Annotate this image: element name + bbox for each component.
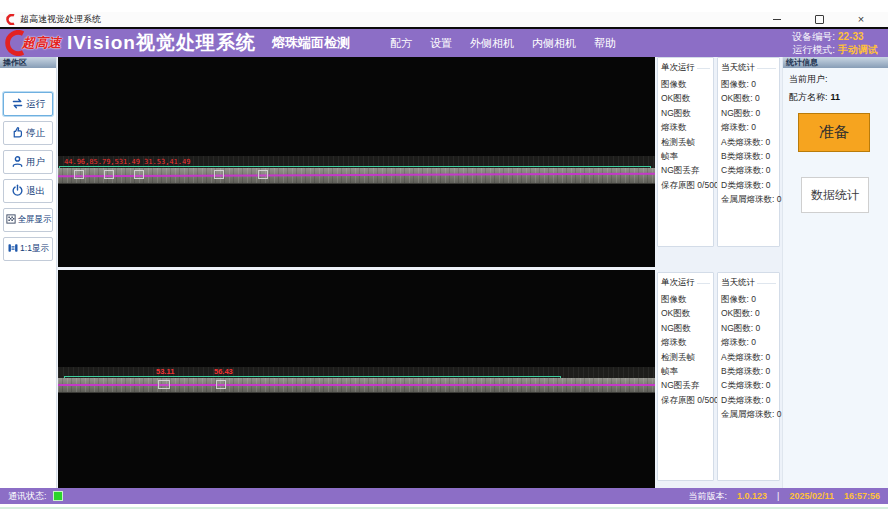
app-icon: [6, 11, 16, 29]
daily-stats-card: 当天统计 图像数: 0OK图数: 0NG图数: 0熔珠数: 0A类熔珠数: 0B…: [717, 272, 780, 481]
stats-group-inner: 单次运行 图像数OK图数NG图数熔珠数检测丢帧帧率NG图丢弃保存原图 0/500…: [656, 272, 781, 488]
brand-logo: 超高速: [3, 30, 61, 56]
detection-box: [134, 170, 144, 179]
stat-row: D类熔珠数: 0: [721, 178, 776, 192]
menu-item[interactable]: 帮助: [594, 36, 616, 51]
hand-stop-icon: [11, 126, 24, 141]
status-bar: 通讯状态: 当前版本: 1.0.123 | 2025/02/11 16:57:5…: [0, 488, 888, 504]
stat-row: B类熔珠数: 0: [721, 364, 776, 378]
stat-row: OK图数: 0: [721, 306, 776, 320]
stat-row: A类熔珠数: 0: [721, 135, 776, 149]
one-to-one-icon: [7, 242, 19, 256]
stat-row: 保存原图 0/500: [661, 393, 710, 407]
stop-button-label: 停止: [26, 127, 45, 140]
menu-item[interactable]: 配方: [390, 36, 412, 51]
user-button-label: 用户: [26, 156, 45, 169]
stat-row: 图像数: 0: [721, 292, 776, 306]
operation-panel-title: 操作区: [0, 57, 56, 68]
app-subtitle: 熔珠端面检测: [272, 34, 350, 52]
detection-box: [104, 170, 114, 179]
daily-stats-title: 当天统计: [721, 60, 776, 77]
brand-logo-text: 超高速: [22, 34, 61, 52]
main-area: 操作区 运行 停止 用户 退出: [0, 57, 888, 488]
stat-row: 金属屑熔珠数: 0: [721, 192, 776, 206]
data-statistics-button[interactable]: 数据统计: [801, 177, 869, 213]
stat-row: NG图丢弃: [661, 163, 710, 177]
stat-row: 图像数: [661, 292, 710, 306]
inner-camera-view: 53.1156.43: [58, 270, 655, 488]
stat-row: 检测丢帧: [661, 135, 710, 149]
measurement-annotation: 44.96,85.79,531.49 31.53,41.49: [64, 158, 190, 166]
run-button-label: 运行: [26, 98, 45, 111]
menu-item[interactable]: 设置: [430, 36, 452, 51]
stat-row: 熔珠数: [661, 335, 710, 349]
detection-box: [258, 170, 268, 179]
stat-row: B类熔珠数: 0: [721, 149, 776, 163]
window-titlebar: 超高速视觉处理系统 ×: [0, 12, 888, 27]
single-run-card: 单次运行 图像数OK图数NG图数熔珠数检测丢帧帧率NG图丢弃保存原图 0/500: [657, 57, 714, 247]
version-info: 当前版本: 1.0.123 | 2025/02/11 16:57:56: [689, 490, 880, 503]
fullscreen-button[interactable]: 全屏显示: [3, 208, 53, 232]
app-header: 超高速 IVision视觉处理系统 熔珠端面检测 配方设置外侧相机内侧相机帮助 …: [0, 27, 888, 57]
single-run-rows: 图像数OK图数NG图数熔珠数检测丢帧帧率NG图丢弃保存原图 0/500: [661, 292, 710, 407]
stat-row: NG图数: 0: [721, 321, 776, 335]
user-button[interactable]: 用户: [3, 150, 53, 174]
app-window: 超高速视觉处理系统 × 超高速 IVision视觉处理系统 熔珠端面检测 配方设…: [0, 0, 888, 522]
daily-stats-card: 当天统计 图像数: 0OK图数: 0NG图数: 0熔珠数: 0A类熔珠数: 0B…: [717, 57, 780, 247]
menu-item[interactable]: 外侧相机: [470, 36, 514, 51]
one-to-one-button[interactable]: 1:1显示: [3, 237, 53, 261]
camera-viewports: 44.96,85.79,531.49 31.53,41.49: [58, 57, 655, 488]
menu-bar: 配方设置外侧相机内侧相机帮助: [390, 36, 616, 51]
stat-row: 熔珠数: [661, 120, 710, 134]
exit-button[interactable]: 退出: [3, 179, 53, 203]
recipe-name-label: 配方名称:: [789, 92, 828, 102]
single-run-card: 单次运行 图像数OK图数NG图数熔珠数检测丢帧帧率NG图丢弃保存原图 0/500: [657, 272, 714, 481]
measurement-value: 53.11: [156, 367, 174, 376]
recipe-name-value: 11: [831, 92, 841, 102]
stat-row: C类熔珠数: 0: [721, 378, 776, 392]
comm-status-label: 通讯状态:: [8, 490, 47, 503]
stat-row: OK图数: [661, 91, 710, 105]
separator: |: [777, 491, 779, 501]
close-button[interactable]: ×: [854, 14, 868, 26]
run-cycle-icon: [11, 97, 24, 112]
detection-box: [214, 170, 224, 179]
stat-row: A类熔珠数: 0: [721, 350, 776, 364]
device-number-label: 设备编号:: [792, 31, 835, 42]
current-user-row: 当前用户:: [789, 73, 888, 86]
statistics-columns: 单次运行 图像数OK图数NG图数熔珠数检测丢帧帧率NG图丢弃保存原图 0/500…: [656, 57, 781, 488]
stat-row: 图像数: 0: [721, 77, 776, 91]
run-mode-value: 手动调试: [838, 44, 878, 55]
stat-row: 金属屑熔珠数: 0: [721, 407, 776, 421]
daily-stats-rows: 图像数: 0OK图数: 0NG图数: 0熔珠数: 0A类熔珠数: 0B类熔珠数:…: [721, 292, 776, 422]
window-controls: ×: [770, 14, 868, 26]
stop-button[interactable]: 停止: [3, 121, 53, 145]
version-label: 当前版本:: [689, 490, 728, 503]
maximize-button[interactable]: [812, 14, 826, 26]
current-user-label: 当前用户:: [789, 74, 828, 84]
window-title: 超高速视觉处理系统: [20, 13, 101, 26]
stat-row: NG图数: [661, 106, 710, 120]
info-panel: 统计信息 当前用户: 配方名称:11 准备 数据统计: [782, 57, 888, 488]
power-exit-icon: [11, 184, 24, 199]
recipe-row: 配方名称:11: [789, 91, 888, 104]
menu-item[interactable]: 内侧相机: [532, 36, 576, 51]
operation-buttons: 运行 停止 用户 退出 全屏显示: [0, 92, 56, 261]
single-run-rows: 图像数OK图数NG图数熔珠数检测丢帧帧率NG图丢弃保存原图 0/500: [661, 77, 710, 192]
stat-row: D类熔珠数: 0: [721, 393, 776, 407]
stat-row: NG图数: 0: [721, 106, 776, 120]
stat-row: 帧率: [661, 364, 710, 378]
version-value: 1.0.123: [737, 491, 767, 501]
comm-status-led: [53, 491, 63, 501]
stat-row: 熔珠数: 0: [721, 335, 776, 349]
detection-box: [216, 380, 226, 389]
fullscreen-button-label: 全屏显示: [18, 214, 52, 226]
time-value: 16:57:56: [844, 491, 880, 501]
minimize-button[interactable]: [770, 14, 784, 26]
device-info: 设备编号:22-33 运行模式:手动调试: [792, 30, 878, 56]
prepare-button[interactable]: 准备: [798, 113, 870, 152]
run-mode-label: 运行模式:: [792, 44, 835, 55]
stat-row: OK图数: 0: [721, 91, 776, 105]
run-button[interactable]: 运行: [3, 92, 53, 116]
one-to-one-button-label: 1:1显示: [20, 243, 49, 255]
